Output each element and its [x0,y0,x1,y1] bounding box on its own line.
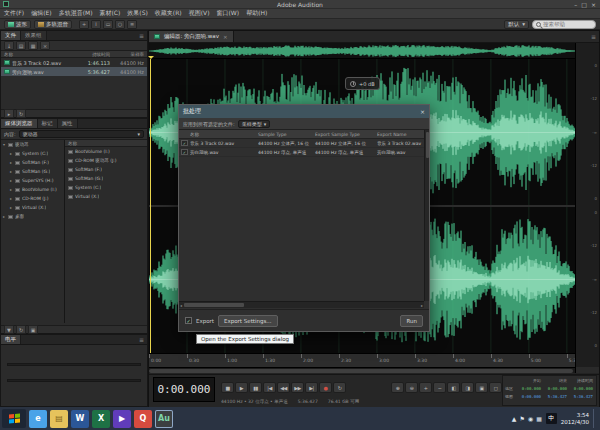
transport-pause-button[interactable]: ▮▮ [249,382,262,393]
tab-media-browser[interactable]: 媒体浏览器 [1,119,38,128]
new-folder-icon[interactable]: ▣ [28,325,38,334]
waveform-view-button[interactable]: 波形 [4,20,31,29]
lasso-selection-tool-icon[interactable]: ○ [115,20,125,29]
zoom-out-horizontal-button[interactable]: − [433,382,446,393]
media-list-item[interactable]: CD-ROM 驱动器 (J:) [65,156,147,165]
close-button[interactable]: × [591,1,596,8]
taskbar-qq[interactable]: Q [134,410,152,428]
media-list-item[interactable]: Virtual (X:) [65,192,147,201]
maximize-button[interactable]: □ [581,1,587,8]
tree-item[interactable]: ▸BootVolume (I:) [1,185,64,194]
tab-close-icon[interactable]: × [223,34,228,40]
zoom-selection-button[interactable]: ▣ [475,382,488,393]
security-icon[interactable]: ⚑ [519,415,524,422]
taskbar-file-explorer[interactable]: ▤ [50,410,68,428]
new-file-icon[interactable]: ▤ [16,41,26,50]
zoom-in-button[interactable]: ⊕ [391,382,404,393]
tab-levels[interactable]: 电平 [1,335,21,344]
transport-play-button[interactable]: ▶ [235,382,248,393]
workspace-dropdown[interactable]: 默认 ▾ [504,20,529,29]
dialog-horizontal-scrollbar[interactable]: ◂ ▸ [179,301,424,308]
taskbar-internet-explorer[interactable]: e [29,410,47,428]
show-hidden-icon[interactable]: ▲ [512,415,517,422]
panel-menu-icon[interactable]: ≡ [588,31,599,42]
media-list-item[interactable]: SoftMan (G:) [65,174,147,183]
tree-item[interactable]: ▸SoftMan (F:) [1,158,64,167]
run-button[interactable]: Run [400,315,423,327]
media-list-item[interactable]: SoftMan (F:) [65,165,147,174]
playhead-marker[interactable] [148,56,154,59]
media-list-item[interactable]: BootVolume (I:) [65,147,147,156]
start-button[interactable] [2,409,26,428]
search-input[interactable] [543,21,592,27]
tree-item[interactable]: ▸桌面 [1,212,64,221]
tree-item[interactable]: ▸Virtual (X:) [1,203,64,212]
tree-item[interactable]: ▸CD-ROM (J:) [1,194,64,203]
tab-markers[interactable]: 标记 [38,119,58,128]
menu-favorites[interactable]: 收藏夹(R) [155,9,182,18]
scrollbar-thumb[interactable] [184,303,244,307]
ime-indicator[interactable]: 中 [546,413,557,424]
loop-preview-icon[interactable]: ↻ [16,109,26,118]
menu-view[interactable]: 视图(V) [189,9,210,18]
file-row[interactable]: 音乐 3 Track 02.wav1:46.11344100 Hz [1,58,147,67]
scrollbar-thumb[interactable] [149,369,573,373]
playhead[interactable] [150,59,151,353]
transport-skip-back-button[interactable]: |◀ [263,382,276,393]
zoom-out-button[interactable]: ⊖ [405,382,418,393]
dialog-close-icon[interactable]: × [420,108,425,115]
close-file-icon[interactable]: × [40,41,50,50]
transport-loop-button[interactable]: ↻ [333,382,346,393]
play-preview-icon[interactable]: ▸ [4,109,14,118]
minimize-button[interactable]: – [574,1,577,8]
transport-stop-button[interactable]: ■ [221,382,234,393]
menu-help[interactable]: 帮助(H) [246,9,267,18]
media-list-item[interactable]: System (C:) [65,183,147,192]
menu-clip[interactable]: 素材(C) [99,9,120,18]
menu-edit[interactable]: 编辑(E) [31,9,51,18]
zoom-full-button[interactable]: ◻ [489,382,502,393]
tree-item[interactable]: ▸SoftMan (G:) [1,167,64,176]
dialog-vertical-scrollbar[interactable] [424,130,429,301]
tree-item[interactable]: ▸SuperSYS (H:) [1,176,64,185]
contents-dropdown[interactable]: 驱动器 ▾ [19,130,144,138]
export-checkbox[interactable]: ✓ [185,317,192,324]
menu-window[interactable]: 窗口(W) [217,9,240,18]
multitrack-view-button[interactable]: 多轨混音 [34,20,72,29]
panel-menu-icon[interactable]: ≡ [136,31,147,40]
editor-tab[interactable]: 编辑器: 旁白混响.wav × [149,31,234,42]
scroll-right-icon[interactable]: ▸ [421,303,423,308]
volume-icon[interactable]: ◉ [528,415,533,422]
taskbar-word[interactable]: W [71,410,89,428]
scrollbar-thumb[interactable] [426,132,429,158]
tree-item[interactable]: ▾驱动器 [1,140,64,149]
zoom-selection-left-button[interactable]: ◧ [447,382,460,393]
tab-properties[interactable]: 属性 [58,119,78,128]
zoom-selection-right-button[interactable]: ◨ [461,382,474,393]
apply-dropdown[interactable]: 采样类型 ▾ [238,120,271,128]
menu-effects[interactable]: 效果(S) [127,9,148,18]
refresh-icon[interactable]: ↻ [16,325,26,334]
amplitude-ruler[interactable]: 0-12-∞-1200-12-∞-120 [575,43,599,367]
tab-files[interactable]: 文件 [1,31,21,40]
move-tool-icon[interactable]: + [79,20,89,29]
zoom-in-horizontal-button[interactable]: + [419,382,432,393]
tab-effects-rack[interactable]: 效果组 [21,31,47,40]
taskbar-media-player[interactable]: ▶ [113,410,131,428]
import-file-icon[interactable]: ↓ [4,41,14,50]
filter-icon[interactable]: ▼ [4,325,14,334]
dialog-file-row[interactable]: ✓音乐 3 Track 02.wav44100 Hz 立体声, 16 位4410… [179,139,424,148]
horizontal-scrollbar[interactable] [149,367,575,373]
file-row[interactable]: 旁白混响.wav5:36.42744100 Hz [1,67,147,76]
help-search-box[interactable] [532,20,596,29]
menu-file[interactable]: 文件(F) [4,9,24,18]
transport-rewind-button[interactable]: ◀◀ [277,382,290,393]
marquee-selection-tool-icon[interactable]: ▭ [103,20,113,29]
menu-multitrack[interactable]: 多轨混音(M) [59,9,93,18]
dialog-file-row[interactable]: ✓旁白混响.wav44100 Hz 浮点, 单声道44100 Hz 浮点, 单声… [179,148,424,157]
insert-into-multitrack-icon[interactable]: ▦ [28,41,38,50]
row-checkbox[interactable]: ✓ [181,140,188,146]
transport-record-button[interactable]: ● [319,382,332,393]
export-settings-button[interactable]: Export Settings... [218,315,278,327]
taskbar-adobe-audition[interactable]: Au [155,410,173,428]
